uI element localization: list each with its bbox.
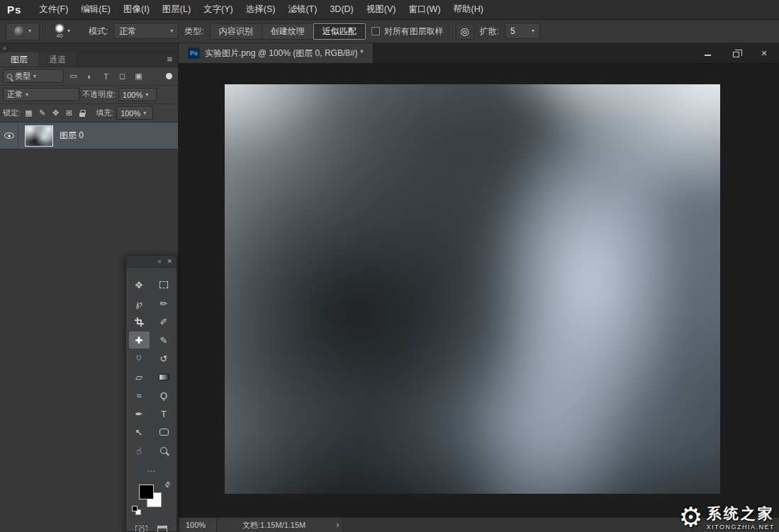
zoom-level-field[interactable]: 100% [179, 518, 217, 532]
blur-tool[interactable]: ≈ [129, 387, 150, 404]
smart-object-filter-icon[interactable]: ▣ [132, 70, 145, 82]
default-colors-button[interactable] [132, 506, 142, 516]
move-tool[interactable]: ✥ [129, 276, 150, 293]
type-tool[interactable]: T [154, 405, 174, 422]
gradient-tool[interactable] [154, 368, 174, 385]
default-fg-icon [132, 506, 138, 511]
menu-layer[interactable]: 图层(L) [156, 0, 197, 19]
menu-help[interactable]: 帮助(H) [447, 0, 490, 19]
close-button[interactable]: ✕ [758, 47, 770, 59]
gradient-icon [159, 374, 169, 380]
brush-preview: 40 [55, 23, 65, 39]
shape-tool[interactable] [154, 424, 174, 441]
type-content-aware-button[interactable]: 内容识别 [210, 23, 262, 40]
diffusion-dropdown[interactable]: 5 ▾ [505, 23, 540, 39]
minimize-button[interactable] [701, 47, 714, 59]
dodge-tool[interactable]: Ϙ [154, 387, 174, 404]
watermark-text: 系统之家 XITONGZHIA.NET [707, 504, 775, 531]
tool-preset-icon [14, 26, 25, 37]
screen-mode-button[interactable] [157, 526, 167, 532]
spot-healing-brush-tool[interactable]: ✚ [129, 332, 150, 349]
layer-visibility-toggle[interactable] [0, 123, 18, 149]
crop-tool[interactable] [129, 313, 150, 330]
tab-layers[interactable]: 图层 [0, 52, 38, 67]
brush-tool[interactable]: ✎ [154, 332, 174, 349]
eraser-icon: ▱ [135, 372, 142, 383]
toolbox-header[interactable]: « ✕ [126, 256, 176, 268]
layer-blend-mode-dropdown[interactable]: 正常 ▾ [3, 88, 79, 101]
path-selection-tool[interactable]: ↖ [129, 424, 150, 441]
shape-layer-filter-icon[interactable]: ◻ [116, 70, 129, 82]
lock-all-icon[interactable] [79, 113, 85, 117]
canvas-area[interactable] [179, 64, 779, 517]
swap-colors-icon[interactable]: ⇄ [162, 480, 172, 489]
lasso-tool[interactable]: ℘ [129, 295, 150, 312]
quick-selection-tool[interactable]: ✏ [154, 295, 174, 312]
document-size-info: 文档:1.15M/1.15M [242, 520, 306, 531]
menu-image[interactable]: 图像(I) [117, 0, 156, 19]
sample-all-layers-checkbox[interactable] [371, 27, 380, 35]
shape-icon [159, 429, 169, 436]
chevron-down-icon: ▾ [143, 111, 146, 116]
collapse-panels-icon[interactable]: « [3, 45, 6, 52]
document-window: Ps 实验图片.png @ 100% (图层 0, RGB/8#) * ✕ 10… [179, 43, 779, 532]
type-create-texture-button[interactable]: 创建纹理 [262, 23, 314, 40]
eyedropper-icon: ✐ [160, 317, 168, 327]
layer-name[interactable]: 图层 0 [60, 130, 84, 142]
layer-blend-mode-value: 正常 [7, 89, 23, 100]
menu-window[interactable]: 窗口(W) [402, 0, 447, 19]
status-options-chevron[interactable]: › [332, 520, 342, 530]
lock-image-pixels-icon[interactable]: ✎ [37, 108, 47, 118]
tool-preset-picker[interactable]: ▾ [6, 23, 40, 40]
panel-menu-icon[interactable]: ≡ [167, 54, 172, 64]
canvas-image[interactable] [225, 84, 720, 494]
type-layer-filter-icon[interactable]: T [99, 70, 113, 82]
menu-type[interactable]: 文字(Y) [197, 0, 240, 19]
watermark: ⚙ 系统之家 XITONGZHIA.NET [679, 504, 775, 531]
foreground-color-swatch[interactable] [139, 485, 154, 499]
clone-stamp-tool[interactable]: ⌂ [129, 350, 150, 367]
menu-edit[interactable]: 编辑(E) [74, 0, 117, 19]
collapse-toolbox-icon[interactable]: « [157, 258, 161, 265]
eyedropper-tool[interactable]: ✐ [154, 313, 174, 330]
close-toolbox-icon[interactable]: ✕ [167, 258, 172, 265]
blend-mode-dropdown[interactable]: 正常 ▾ [113, 23, 179, 39]
adjustment-layer-filter-icon[interactable]: ◐ [83, 70, 96, 82]
tab-channels[interactable]: 通道 [38, 52, 77, 67]
lock-transparent-pixels-icon[interactable]: ▦ [23, 108, 34, 118]
hand-tool[interactable]: ☝ [129, 442, 150, 459]
fill-dropdown[interactable]: 100% ▾ [116, 106, 153, 120]
brush-size-value: 40 [57, 33, 63, 39]
menu-file[interactable]: 文件(F) [33, 0, 74, 19]
fill-value: 100% [121, 109, 140, 118]
lock-position-icon[interactable]: ✥ [50, 108, 61, 118]
filter-type-dropdown[interactable]: 类型 ▾ [3, 69, 64, 83]
history-brush-tool[interactable]: ↺ [154, 350, 174, 367]
type-proximity-match-button[interactable]: 近似匹配 [313, 23, 366, 40]
layer-thumbnail[interactable] [25, 125, 53, 147]
menu-select[interactable]: 选择(S) [240, 0, 282, 19]
layer-filtering-toggle[interactable] [166, 73, 172, 79]
rect-marquee-tool[interactable] [154, 276, 174, 293]
menu-view[interactable]: 视图(V) [360, 0, 403, 19]
history-brush-icon: ↺ [160, 353, 168, 364]
brush-size-picker[interactable]: 40 ▾ [52, 21, 83, 41]
pen-tool[interactable]: ✒ [129, 405, 150, 422]
menu-3d[interactable]: 3D(D) [323, 0, 359, 19]
chevron-down-icon: ▾ [33, 74, 36, 79]
zoom-tool[interactable] [154, 442, 174, 459]
brush-tip-icon [55, 23, 65, 33]
document-tab[interactable]: Ps 实验图片.png @ 100% (图层 0, RGB/8#) * [179, 43, 374, 63]
move-icon: ✥ [135, 280, 143, 290]
eraser-tool[interactable]: ▱ [129, 368, 150, 385]
quick-mask-mode-button[interactable] [135, 526, 147, 532]
opacity-dropdown[interactable]: 100% ▾ [118, 88, 157, 101]
chevron-down-icon: ▾ [170, 28, 173, 34]
pixel-layer-filter-icon[interactable]: ▭ [67, 70, 80, 82]
edit-toolbar-button[interactable]: ⋯ [126, 466, 176, 476]
menu-filter[interactable]: 滤镜(T) [281, 0, 323, 19]
airbrush-pressure-button[interactable]: ◎ [456, 23, 474, 40]
layer-row-selected[interactable]: 图层 0 [0, 123, 178, 149]
restore-button[interactable] [729, 47, 742, 59]
lock-artboard-icon[interactable]: ⊞ [64, 108, 74, 118]
